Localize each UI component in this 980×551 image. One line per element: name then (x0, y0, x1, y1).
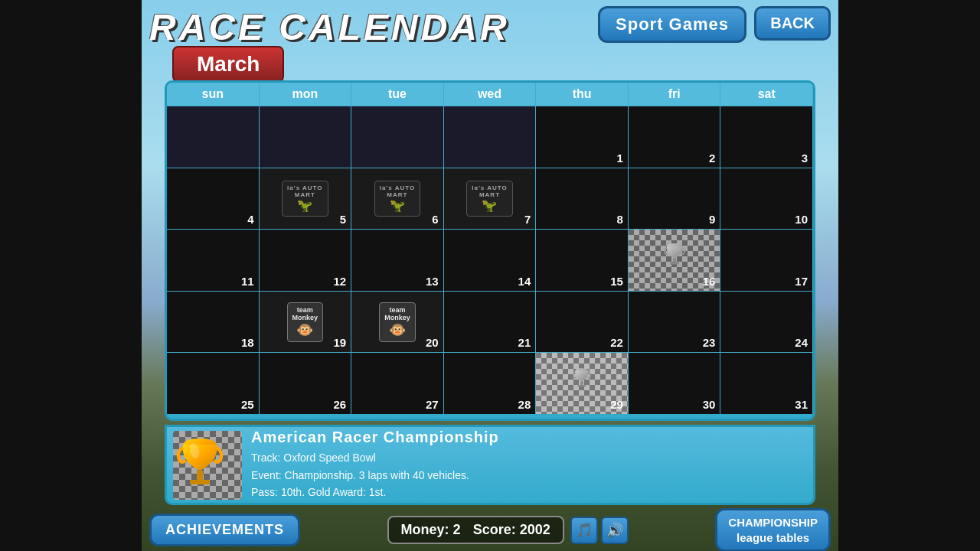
svg-rect-8 (190, 480, 210, 484)
cal-cell-2-1[interactable]: 12 (260, 230, 352, 291)
cal-cell-3-6[interactable]: 24 (720, 292, 813, 353)
cal-cell-3-4[interactable]: 22 (536, 292, 629, 353)
cell-number-28: 28 (518, 398, 531, 411)
audio-controls: 🎵 🔊 (570, 517, 629, 544)
event-text-block: American Racer Championship Track: Oxfor… (251, 429, 807, 500)
cell-number-16: 16 (703, 275, 716, 288)
event-trophy-icon (173, 431, 242, 500)
cell-number-18: 18 (241, 336, 254, 349)
cal-cell-4-4[interactable]: 29 (536, 353, 629, 414)
cal-cell-3-0[interactable]: 18 (167, 292, 260, 353)
event-laps: Event: Championship. 3 laps with 40 vehi… (251, 467, 807, 484)
cell-number-11: 11 (241, 275, 254, 288)
cell-number-15: 15 (610, 275, 623, 288)
cal-cell-0-2 (351, 106, 444, 168)
day-header-thu: thu (536, 83, 629, 106)
page-title: RACE CALENDAR (149, 6, 510, 48)
day-headers-row: sun mon tue wed thu fri sat (167, 83, 813, 106)
sound-button[interactable]: 🔊 (601, 517, 629, 544)
cell-number-26: 26 (333, 398, 346, 411)
cal-cell-2-6[interactable]: 17 (720, 230, 813, 291)
cal-cell-4-5[interactable]: 30 (629, 353, 721, 414)
day-header-wed: wed (444, 83, 537, 106)
cal-cell-4-1[interactable]: 26 (260, 353, 352, 414)
back-button[interactable]: BACK (754, 6, 831, 41)
cell-number-20: 20 (426, 336, 439, 349)
cell-number-19: 19 (333, 336, 346, 349)
cell-number-22: 22 (610, 336, 623, 349)
svg-rect-4 (580, 381, 583, 385)
calendar-grid: sun mon tue wed thu fri sat 1234 la's AU… (165, 80, 815, 421)
calendar-rows: 1234 la's AUTO MART 🦖 5 la's AUTO MART 🦖… (167, 106, 813, 414)
content-area: RACE CALENDAR Sport Games BACK March sun… (142, 0, 838, 551)
cell-number-10: 10 (795, 213, 808, 226)
calendar-week-3: 1112131415 1617 (167, 229, 813, 291)
cal-cell-2-0[interactable]: 11 (167, 230, 260, 291)
cell-number-4: 4 (247, 213, 253, 226)
cell-number-27: 27 (426, 398, 439, 411)
event-track: Track: Oxford Speed Bowl (251, 449, 807, 466)
cell-number-31: 31 (795, 398, 808, 411)
cal-cell-2-4[interactable]: 15 (536, 230, 629, 291)
cell-number-7: 7 (524, 213, 531, 226)
cal-cell-0-4[interactable]: 1 (536, 106, 629, 168)
cal-cell-4-2[interactable]: 27 (351, 353, 444, 414)
cell-number-2: 2 (709, 152, 715, 165)
cal-cell-2-2[interactable]: 13 (351, 230, 444, 291)
cal-cell-4-0[interactable]: 25 (167, 353, 260, 414)
sport-games-button[interactable]: Sport Games (598, 6, 746, 43)
championship-line1: CHAMPIONSHIP (728, 515, 818, 530)
cal-cell-1-2[interactable]: la's AUTO MART 🦖 6 (351, 168, 444, 230)
cal-cell-1-6[interactable]: 10 (720, 168, 813, 230)
cal-cell-0-0 (167, 106, 260, 168)
svg-rect-5 (578, 385, 586, 386)
cell-number-30: 30 (703, 398, 716, 411)
cal-cell-3-3[interactable]: 21 (444, 292, 537, 353)
cell-number-23: 23 (703, 336, 716, 349)
cell-number-24: 24 (795, 336, 808, 349)
cal-cell-1-4[interactable]: 8 (536, 168, 629, 230)
cal-cell-0-5[interactable]: 2 (629, 106, 721, 168)
cal-cell-2-5[interactable]: 16 (629, 230, 721, 291)
cal-cell-1-5[interactable]: 9 (629, 168, 721, 230)
cell-number-9: 9 (709, 213, 715, 226)
event-title: American Racer Championship (251, 429, 807, 446)
cal-cell-1-0[interactable]: 4 (167, 168, 260, 230)
cell-number-13: 13 (426, 275, 439, 288)
cell-number-5: 5 (340, 213, 346, 226)
day-header-sat: sat (720, 83, 813, 106)
championship-button[interactable]: CHAMPIONSHIP league tables (715, 508, 831, 551)
cell-number-25: 25 (241, 398, 254, 411)
music-button[interactable]: 🎵 (570, 517, 598, 544)
cal-cell-4-3[interactable]: 28 (444, 353, 537, 414)
cell-number-14: 14 (518, 275, 531, 288)
day-header-sun: sun (167, 83, 260, 106)
bottom-bar: ACHIEVEMENTS Money: 2 Score: 2002 🎵 🔊 CH… (142, 509, 838, 551)
day-header-mon: mon (260, 83, 352, 106)
svg-rect-2 (670, 262, 679, 265)
cell-number-8: 8 (617, 213, 623, 226)
calendar-week-5: 25262728 293031 (167, 352, 813, 414)
day-header-fri: fri (629, 83, 721, 106)
cell-number-21: 21 (518, 336, 531, 349)
cal-cell-0-6[interactable]: 3 (720, 106, 813, 168)
cal-cell-4-6[interactable]: 31 (720, 353, 813, 414)
achievements-button[interactable]: ACHIEVEMENTS (149, 514, 300, 546)
cal-cell-3-2[interactable]: team Monkey 🐵 20 (351, 292, 444, 353)
cell-number-17: 17 (795, 275, 808, 288)
cal-cell-0-3 (444, 106, 537, 168)
month-header: March (172, 46, 284, 83)
right-black-bar (838, 0, 980, 551)
cell-number-1: 1 (617, 152, 623, 165)
day-header-tue: tue (351, 83, 444, 106)
cal-cell-2-3[interactable]: 14 (444, 230, 537, 291)
cal-cell-3-1[interactable]: team Monkey 🐵 19 (260, 292, 352, 353)
calendar-week-2: 4 la's AUTO MART 🦖 5 la's AUTO MART 🦖 6 … (167, 168, 813, 230)
cell-number-29: 29 (610, 398, 623, 411)
cal-cell-1-1[interactable]: la's AUTO MART 🦖 5 (260, 168, 352, 230)
score-display: Score: 2002 (473, 522, 550, 538)
money-display: Money: 2 (401, 522, 461, 538)
cell-number-12: 12 (333, 275, 346, 288)
cal-cell-3-5[interactable]: 23 (629, 292, 721, 353)
cal-cell-1-3[interactable]: la's AUTO MART 🦖 7 (444, 168, 537, 230)
